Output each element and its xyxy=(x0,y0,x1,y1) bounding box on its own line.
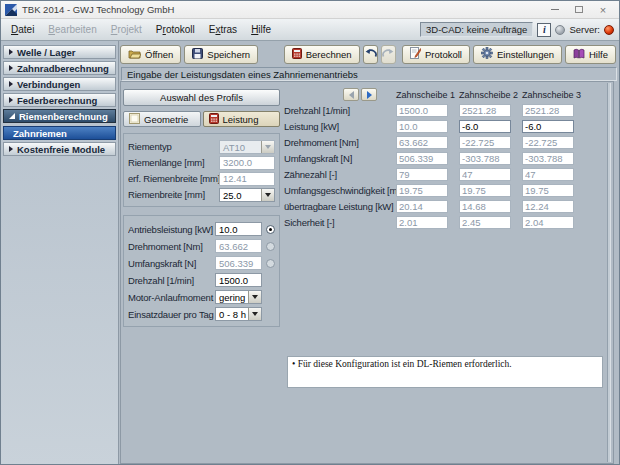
table-cell-editable[interactable] xyxy=(459,120,511,133)
app-window: TBK 2014 - GWJ Technology GmbH × Datei B… xyxy=(0,0,620,465)
row-label: Drehmoment [Nm] xyxy=(284,137,385,148)
drive-torque-field xyxy=(215,239,262,253)
menubar: Datei Bearbeiten Projekt Protokoll Extra… xyxy=(1,19,619,41)
settings-button[interactable]: Einstellungen xyxy=(473,45,562,64)
belt-width-label: Riemenbreite [mm] xyxy=(128,189,219,200)
belt-length-field xyxy=(219,156,275,170)
chevron-right-icon xyxy=(9,146,13,152)
sidebar-item-verbindungen[interactable]: Verbindungen xyxy=(3,77,116,91)
belt-profile-group: Riementyp AT10 Riemenlänge [mm] erf. Rie… xyxy=(123,133,280,207)
table-cell xyxy=(522,168,574,181)
chevron-down-icon xyxy=(248,291,261,303)
note-text: • Für diese Konfiguration ist ein DL-Rie… xyxy=(292,359,512,369)
table-cell xyxy=(459,200,511,213)
close-button[interactable]: × xyxy=(591,2,615,18)
table-cell xyxy=(396,184,448,197)
sidebar-item-federberechnung[interactable]: Federberechnung xyxy=(3,93,116,107)
drive-data-group: Antriebsleistung [kW] Drehmoment [Nm] Um… xyxy=(123,215,280,327)
arrow-right-icon xyxy=(367,91,372,99)
menu-protokoll[interactable]: Protokoll xyxy=(149,22,202,37)
cad-status-icon xyxy=(555,25,565,35)
open-folder-icon xyxy=(128,48,141,61)
server-label: Server: xyxy=(569,24,600,35)
table-cell xyxy=(459,104,511,117)
sidebar-item-kostenfreie-module[interactable]: Kostenfreie Module xyxy=(3,142,116,156)
row-label: Umfangsgeschwindigkeit [m/s] xyxy=(284,185,385,196)
table-cell xyxy=(396,168,448,181)
save-disk-icon xyxy=(192,48,203,61)
table-cell xyxy=(459,216,511,229)
chevron-down-icon xyxy=(261,189,274,201)
menu-hilfe[interactable]: Hilfe xyxy=(244,22,278,37)
server-status-icon xyxy=(604,25,614,35)
panel-splitter[interactable] xyxy=(607,83,611,462)
window-title: TBK 2014 - GWJ Technology GmbH xyxy=(22,4,543,15)
chevron-down-icon xyxy=(248,308,261,320)
startup-torque-select[interactable]: gering xyxy=(215,290,262,304)
performance-tab-button[interactable]: Leistung xyxy=(203,111,281,127)
duty-per-day-select[interactable]: 0 - 8 h xyxy=(215,307,262,321)
table-cell xyxy=(396,120,448,133)
maximize-button[interactable] xyxy=(567,2,591,18)
duty-per-day-label: Einsatzdauer pro Tag [-] xyxy=(128,309,215,320)
belt-width-select[interactable]: 25.0 xyxy=(219,188,275,202)
toolbar: Öffnen Speichern Berechnen Protokoll Ein… xyxy=(120,43,619,65)
help-button[interactable]: Hilfe xyxy=(565,45,616,64)
minimize-button[interactable] xyxy=(543,2,567,18)
chevron-expanded-icon xyxy=(9,113,15,119)
sidebar-item-zahnradberechnung[interactable]: Zahnradberechnung xyxy=(3,61,116,75)
drive-speed-field[interactable] xyxy=(215,273,262,287)
menu-projekt: Projekt xyxy=(104,22,149,37)
drive-power-radio[interactable] xyxy=(266,225,275,234)
sidebar-item-zahnriemen[interactable]: Zahnriemen xyxy=(3,126,116,140)
drive-speed-label: Drehzahl [1/min] xyxy=(128,275,215,286)
chevron-right-icon xyxy=(9,65,13,71)
row-label: Umfangskraft [N] xyxy=(284,153,385,164)
protocol-button[interactable]: Protokoll xyxy=(402,45,470,64)
row-label: Drehzahl [1/min] xyxy=(284,105,385,116)
startup-torque-label: Motor-Anlaufmoment [-] xyxy=(128,292,215,303)
open-button[interactable]: Öffnen xyxy=(120,45,181,64)
redo-button xyxy=(381,45,396,64)
calculator-icon xyxy=(292,48,302,61)
chevron-right-icon xyxy=(9,81,13,87)
table-cell xyxy=(396,104,448,117)
chevron-down-icon xyxy=(261,141,274,153)
app-logo-icon xyxy=(5,4,17,16)
select-profile-button[interactable]: Auswahl des Profils xyxy=(123,89,280,106)
column-header: Zahnscheibe 1 xyxy=(396,90,448,100)
menu-bearbeiten: Bearbeiten xyxy=(41,22,103,37)
menu-datei[interactable]: Datei xyxy=(4,22,41,37)
geometry-tab-button[interactable]: Geometrie xyxy=(123,111,201,127)
table-cell xyxy=(459,168,511,181)
table-cell xyxy=(522,216,574,229)
table-cell xyxy=(522,184,574,197)
titlebar: TBK 2014 - GWJ Technology GmbH × xyxy=(1,1,619,19)
table-cell-editable[interactable] xyxy=(522,120,574,133)
calculator-icon xyxy=(209,113,219,126)
table-cell xyxy=(522,200,574,213)
next-pulley-button[interactable] xyxy=(361,88,377,101)
drive-force-label: Umfangskraft [N] xyxy=(128,258,215,269)
belt-length-label: Riemenlänge [mm] xyxy=(128,157,219,168)
belt-type-select: AT10 xyxy=(219,140,275,154)
status-text: Eingabe der Leistungsdaten eines Zahnrie… xyxy=(127,69,358,80)
drive-power-field[interactable] xyxy=(215,222,262,236)
column-header: Zahnscheibe 3 xyxy=(522,90,574,100)
row-label: Zähnezahl [-] xyxy=(284,169,385,180)
table-cell xyxy=(396,152,448,165)
sidebar: Welle / Lager Zahnradberechnung Verbindu… xyxy=(1,41,119,465)
drive-torque-radio[interactable] xyxy=(266,242,275,251)
undo-button[interactable] xyxy=(363,45,378,64)
info-button[interactable]: i xyxy=(537,23,551,37)
drive-force-radio[interactable] xyxy=(266,259,275,268)
undo-icon xyxy=(364,48,377,60)
geometry-icon xyxy=(129,113,140,126)
sidebar-item-welle-lager[interactable]: Welle / Lager xyxy=(3,45,116,59)
sidebar-item-riemenberechnung[interactable]: Riemenberechnung xyxy=(3,109,116,123)
required-belt-width-field xyxy=(219,172,275,186)
calculate-button[interactable]: Berechnen xyxy=(284,45,360,64)
save-button[interactable]: Speichern xyxy=(184,45,258,64)
menu-extras[interactable]: Extras xyxy=(202,22,244,37)
belt-type-label: Riementyp xyxy=(128,141,219,152)
